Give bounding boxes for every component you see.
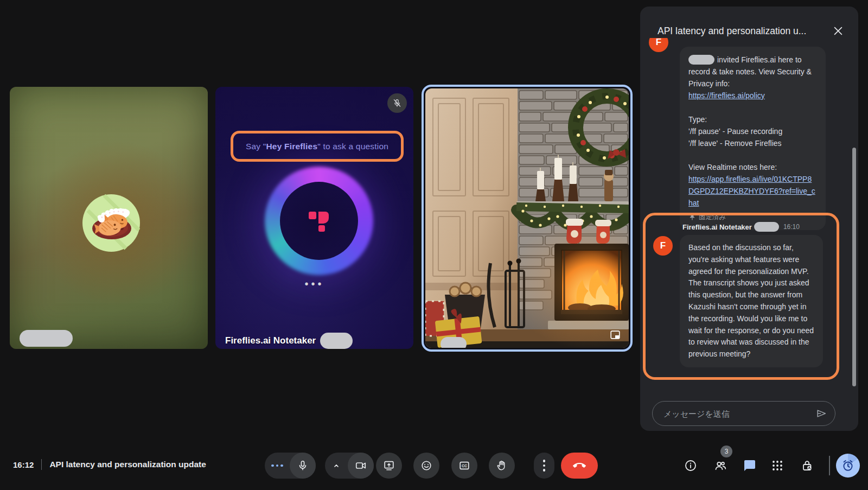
command-leave: '/ff leave' - Remove Fireflies <box>688 137 817 149</box>
camera-icon <box>355 460 367 472</box>
banner-highlight: Hey Fireflies <box>266 142 317 151</box>
fireflies-logo-icon <box>307 209 331 233</box>
more-options-button[interactable] <box>534 453 554 479</box>
host-controls-lock-icon[interactable] <box>801 459 814 472</box>
chat-panel-icon-active[interactable] <box>743 459 756 472</box>
smiley-icon <box>420 460 432 472</box>
participants-icon[interactable] <box>714 459 727 472</box>
message-timestamp: 16:10 <box>783 223 800 231</box>
video-tile-fireflies[interactable]: Say "Hey Fireflies" to ask a question ••… <box>215 87 413 349</box>
meeting-title: API latency and personalization update <box>49 460 206 469</box>
fireflies-avatar: F <box>653 236 673 256</box>
raise-hand-button[interactable] <box>489 453 515 479</box>
mic-button-group <box>265 453 316 479</box>
hey-fireflies-banner: Say "Hey Fireflies" to ask a question <box>231 131 404 162</box>
banner-suffix: " to ask a question <box>317 142 388 151</box>
chat-composer <box>652 401 835 426</box>
present-screen-button[interactable] <box>376 453 402 479</box>
realtime-notes-heading: View Realtime notes here: <box>688 161 817 173</box>
chevron-up-icon <box>331 461 341 470</box>
end-call-button[interactable] <box>561 453 598 479</box>
loading-dots: ••• <box>215 278 413 290</box>
mic-icon <box>297 460 309 472</box>
send-icon[interactable] <box>815 408 827 419</box>
meet-window: Say "Hey Fireflies" to ask a question ••… <box>0 0 868 490</box>
divider <box>41 459 42 470</box>
in-call-messages-panel: API latency and personalization u... F i… <box>640 7 858 431</box>
participants-count-badge: 3 <box>720 446 732 457</box>
clock: 16:12 <box>13 460 34 469</box>
redacted-sender-pill <box>688 55 714 65</box>
present-screen-icon <box>383 460 395 472</box>
chat-panel-title: API latency and personalization u... <box>658 26 829 37</box>
message-sender: Fireflies.ai Notetaker <box>682 223 752 231</box>
camera-button[interactable] <box>348 453 374 479</box>
video-tile-participant[interactable] <box>10 87 208 349</box>
camera-options-chevron[interactable] <box>325 461 348 470</box>
fireflies-avatar: F <box>649 38 668 52</box>
message-body: Based on the discussion so far, you're a… <box>680 235 823 367</box>
raise-hand-icon <box>496 460 508 472</box>
captions-icon: CC <box>458 460 470 472</box>
command-pause: '/ff pause' - Pause recording <box>688 125 817 137</box>
alarm-clock-icon <box>841 459 855 473</box>
pinned-chat-message: invited Fireflies.ai here to record & ta… <box>680 47 826 230</box>
fireflies-policy-link[interactable]: https://fireflies.ai/policy <box>688 91 765 100</box>
realtime-notes-link[interactable]: https://app.fireflies.ai/live/01KCTPP8DG… <box>688 175 815 207</box>
chat-message-input[interactable] <box>662 409 815 419</box>
end-call-icon <box>573 459 586 472</box>
picture-in-picture-icon[interactable] <box>609 329 621 341</box>
timer-button[interactable] <box>836 454 860 478</box>
activities-grid-icon[interactable] <box>771 459 784 472</box>
captions-button[interactable]: CC <box>451 453 477 479</box>
redacted-tag-pill <box>754 222 779 232</box>
close-icon[interactable] <box>829 22 847 40</box>
banner-prefix: Say " <box>246 142 266 151</box>
video-tile-fireplace-active-speaker[interactable] <box>422 85 633 352</box>
meeting-details-icon[interactable] <box>684 459 697 472</box>
taiyaki-avatar <box>82 194 140 252</box>
mic-muted-badge <box>387 93 407 113</box>
redacted-name-pill <box>20 330 73 347</box>
svg-text:CC: CC <box>462 464 467 468</box>
fireplace-scene <box>425 88 629 348</box>
camera-button-group <box>325 453 374 479</box>
redacted-name-pill <box>441 337 467 348</box>
chat-scrollbar[interactable] <box>852 148 856 386</box>
highlighted-chat-message: Fireflies.ai Notetaker 16:10 F Based on … <box>643 213 839 380</box>
type-heading: Type: <box>688 113 817 125</box>
divider <box>829 456 830 475</box>
mic-off-icon <box>392 98 402 108</box>
redacted-name-pill <box>320 333 353 349</box>
reactions-button[interactable] <box>413 453 439 479</box>
chat-message-list: F invited Fireflies.ai here to record & … <box>640 38 858 400</box>
mic-button[interactable] <box>290 453 316 479</box>
tile-name-label: Fireflies.ai Notetaker <box>225 335 316 346</box>
audio-activity-icon[interactable] <box>265 464 290 467</box>
